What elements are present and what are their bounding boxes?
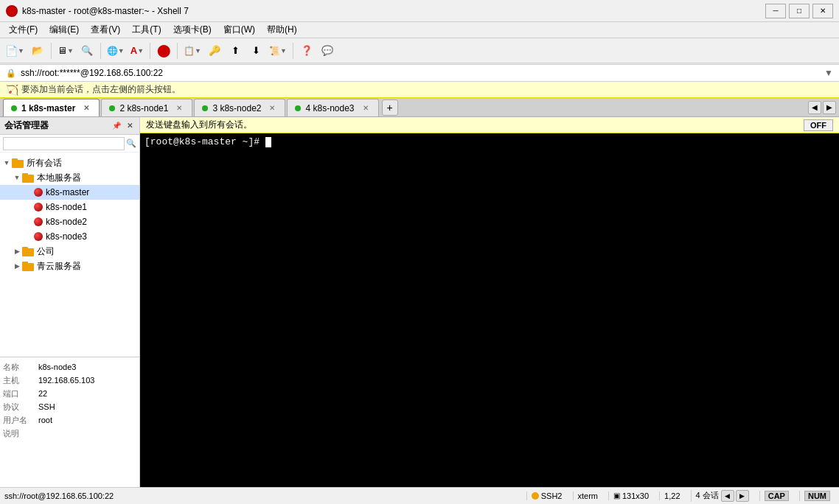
label-username: 用户名	[0, 414, 37, 427]
add-tab-button[interactable]: +	[382, 99, 398, 116]
info-row-protocol: 协议 SSH	[0, 400, 139, 413]
tree-company-toggle[interactable]: ▶	[12, 248, 22, 255]
tab-label-1: 1 k8s-master	[21, 103, 75, 113]
menu-window[interactable]: 窗口(W)	[217, 22, 261, 38]
transfer-icon: 🌐	[107, 46, 118, 56]
tab-2[interactable]: 2 k8s-node1 ✕	[101, 99, 192, 116]
info-button[interactable]: 💬	[318, 41, 337, 60]
script-arrow: ▼	[280, 47, 287, 55]
value-host: 192.168.65.103	[37, 375, 139, 385]
tree-root-toggle[interactable]: ▼	[1, 159, 12, 167]
script-dropdown[interactable]: 📜 ▼	[267, 41, 289, 60]
tree-k8s-node2[interactable]: ▶ k8s-node2	[0, 214, 139, 229]
new-session-dropdown[interactable]: 📄 ▼	[3, 41, 27, 60]
tab-close-4[interactable]: ✕	[361, 103, 371, 113]
company-label: 公司	[37, 245, 55, 258]
find-button[interactable]: 🔍	[77, 41, 97, 60]
compose-icon: 📋	[184, 46, 195, 56]
notice-icon: 🏹	[6, 84, 18, 96]
transfer-arrow: ▼	[118, 47, 125, 55]
tree-local-server[interactable]: ▼ 本地服务器	[0, 170, 139, 185]
tree-k8s-node1[interactable]: ▶ k8s-node1	[0, 200, 139, 214]
sidebar-search-input[interactable]	[3, 137, 125, 150]
tab-label-4: 4 k8s-node3	[305, 103, 354, 113]
window-controls: ─ □ ✕	[765, 4, 833, 18]
tree-k8s-node3[interactable]: ▶ k8s-node3	[0, 229, 139, 244]
status-bar: ssh://root@192.168.65.100:22 SSH2 xterm …	[0, 487, 839, 503]
broadcast-toggle-button[interactable]: OFF	[804, 119, 833, 131]
connect-dropdown[interactable]: 🖥 ▼	[55, 41, 76, 60]
address-bar: 🔒 ssh://root:******@192.168.65.100:22 ▼	[0, 64, 839, 82]
transfer-dropdown[interactable]: 🌐 ▼	[105, 41, 127, 60]
broadcast-text: 发送键盘输入到所有会话。	[146, 119, 252, 131]
upload-button[interactable]: ⬆	[226, 41, 245, 60]
url-text: ssh://root:******@192.168.65.100:22	[21, 68, 821, 78]
toolbar-sep-1	[51, 43, 52, 59]
menu-help[interactable]: 帮助(H)	[261, 22, 303, 38]
tab-3[interactable]: 3 k8s-node2 ✕	[194, 99, 285, 116]
info-panel: 名称 k8s-node3 主机 192.168.65.103 端口 22 协议 …	[0, 357, 139, 487]
tab-close-3[interactable]: ✕	[267, 103, 277, 113]
connect-arrow: ▼	[67, 47, 74, 55]
svg-rect-5	[22, 247, 28, 249]
maximize-button[interactable]: □	[789, 4, 810, 18]
stop-button[interactable]: ⬤	[154, 41, 173, 60]
tree-k8s-master[interactable]: ▶ k8s-master	[0, 185, 139, 200]
k8s-master-icon	[34, 188, 43, 197]
k8s-master-label: k8s-master	[46, 187, 89, 197]
tab-bar: 1 k8s-master ✕ 2 k8s-node1 ✕ 3 k8s-node2…	[0, 98, 839, 117]
status-cap-segment: CAP	[759, 491, 793, 501]
session-prev-button[interactable]: ◀	[721, 490, 734, 502]
dropdown-arrow: ▼	[18, 47, 24, 55]
status-num-segment: NUM	[799, 491, 835, 501]
terminal-wrapper: 发送键盘输入到所有会话。 OFF [root@k8s-master ~]#	[140, 117, 839, 487]
menu-tabs[interactable]: 选项卡(B)	[167, 22, 217, 38]
session-next-button[interactable]: ▶	[736, 490, 749, 502]
help-button[interactable]: ❓	[297, 41, 316, 60]
company-folder-icon	[22, 245, 34, 257]
menu-file[interactable]: 文件(F)	[3, 22, 43, 38]
status-sessions: 4 会话	[696, 490, 719, 501]
num-badge: NUM	[804, 491, 830, 501]
compose-arrow: ▼	[195, 47, 201, 55]
status-protocol: SSH2	[541, 491, 563, 500]
font-arrow: ▼	[137, 47, 144, 55]
tree-company[interactable]: ▶ 公司	[0, 244, 139, 259]
terminal[interactable]: [root@k8s-master ~]#	[140, 133, 839, 487]
font-dropdown[interactable]: A ▼	[128, 41, 146, 60]
tree-qingyun[interactable]: ▶ 青云服务器	[0, 259, 139, 273]
tab-dot-2	[109, 105, 115, 111]
tree-local-toggle[interactable]: ▼	[12, 174, 22, 181]
title-bar: k8s-master - root@k8s-master:~ - Xshell …	[0, 0, 839, 22]
download-button[interactable]: ⬇	[246, 41, 265, 60]
tab-next-button[interactable]: ▶	[823, 101, 836, 114]
tab-close-1[interactable]: ✕	[81, 103, 91, 113]
menu-edit[interactable]: 编辑(E)	[43, 22, 85, 38]
minimize-button[interactable]: ─	[765, 4, 786, 18]
close-button[interactable]: ✕	[812, 4, 833, 18]
tab-1[interactable]: 1 k8s-master ✕	[3, 99, 100, 116]
terminal-dimensions-icon: ▣	[613, 491, 620, 500]
tab-dot-1	[11, 105, 17, 111]
tab-close-2[interactable]: ✕	[174, 103, 184, 113]
label-note: 说明	[0, 427, 37, 440]
menu-view[interactable]: 查看(V)	[85, 22, 126, 38]
compose-dropdown[interactable]: 📋 ▼	[181, 41, 203, 60]
tab-prev-button[interactable]: ◀	[808, 101, 821, 114]
sidebar-close-button[interactable]: ✕	[125, 121, 135, 131]
k8s-node2-label: k8s-node2	[46, 217, 87, 227]
open-button[interactable]: 📂	[28, 41, 47, 60]
tab-4[interactable]: 4 k8s-node3 ✕	[287, 99, 378, 116]
address-dropdown-arrow[interactable]: ▼	[824, 68, 833, 78]
tree-root[interactable]: ▼ 所有会话	[0, 155, 139, 170]
tab-dot-3	[202, 105, 208, 111]
tree-qingyun-toggle[interactable]: ▶	[12, 262, 22, 270]
info-row-name: 名称 k8s-node3	[0, 360, 139, 374]
sidebar-pin-button[interactable]: 📌	[111, 121, 122, 131]
svg-rect-6	[22, 263, 34, 271]
sidebar-header-controls: 📌 ✕	[111, 121, 135, 131]
svg-rect-3	[22, 173, 28, 175]
key-button[interactable]: 🔑	[205, 41, 224, 60]
menu-tools[interactable]: 工具(T)	[126, 22, 167, 38]
value-name: k8s-node3	[37, 362, 139, 372]
